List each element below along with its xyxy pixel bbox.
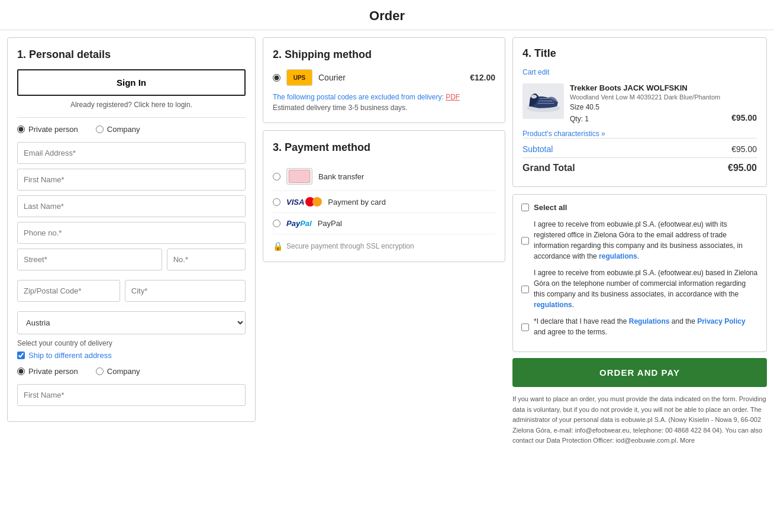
company-radio[interactable]: Company: [96, 125, 140, 134]
paypal-option[interactable]: PayPal PayPal: [273, 213, 495, 234]
courier-radio[interactable]: [273, 74, 280, 82]
ship-different-checkbox[interactable]: Ship to different address: [17, 351, 246, 360]
last-name-field[interactable]: [17, 195, 246, 217]
consent-2-link[interactable]: regulations: [534, 301, 572, 309]
zip-city-row: [17, 280, 246, 307]
delivery-label: Select your country of delivery: [17, 339, 246, 347]
product-size: Size 40.5: [570, 103, 757, 111]
middle-column: 2. Shipping method UPS Courier €12.00 Th…: [263, 37, 505, 269]
ssl-note: 🔒 Secure payment through SSL encryption: [273, 241, 495, 251]
consent-section: Select all I agree to receive from eobuw…: [512, 194, 767, 352]
select-all-checkbox[interactable]: [521, 204, 529, 211]
consent-item-3: *I declare that I have read the Regulati…: [521, 316, 758, 337]
product-price-row: Qty: 1 €95.00: [570, 112, 757, 123]
shoe-svg: [524, 86, 563, 116]
product-chars-link[interactable]: Product's characteristics »: [523, 130, 605, 138]
no-field[interactable]: [167, 249, 246, 270]
shipping-section: 2. Shipping method UPS Courier €12.00 Th…: [263, 37, 505, 123]
courier-option: UPS Courier €12.00: [273, 69, 495, 86]
grand-price: €95.00: [728, 163, 757, 173]
privacy-policy-link[interactable]: Privacy Policy: [697, 317, 745, 325]
login-hint: Already registered? Click here to login.: [17, 101, 246, 109]
payment-section: 3. Payment method Bank transfer VISA Pay…: [263, 130, 505, 262]
private-person-radio[interactable]: Private person: [17, 125, 78, 134]
city-field[interactable]: [125, 280, 246, 302]
person-type-group-2: Private person Company: [17, 367, 246, 376]
ups-logo: UPS: [286, 69, 312, 86]
mc-orange-circle: [312, 197, 322, 207]
card-label: Payment by card: [328, 198, 386, 207]
bank-label: Bank transfer: [318, 172, 364, 181]
select-all-label: Select all: [534, 203, 567, 212]
product-price: €95.00: [731, 113, 757, 122]
paypal-label: PayPal: [318, 219, 342, 228]
grand-label: Grand Total: [523, 163, 575, 173]
shipping-price: €12.00: [470, 73, 495, 82]
shipping-title: 2. Shipping method: [273, 49, 495, 61]
regulations-link[interactable]: Regulations: [629, 317, 670, 325]
select-all-row: Select all: [521, 203, 758, 212]
subtotal-price: €95.00: [731, 144, 757, 154]
cart-title: 4. Title: [523, 47, 757, 60]
private-person-radio-2[interactable]: Private person: [17, 367, 78, 376]
payment-title: 3. Payment method: [273, 141, 495, 154]
consent-item-1: I agree to receive from eobuwie.pl S.A. …: [521, 219, 758, 262]
bank-radio[interactable]: [273, 173, 280, 180]
cart-edit-link[interactable]: Cart edit: [523, 68, 757, 76]
consent-item-2: I agree to receive from eobuwie.pl S.A. …: [521, 267, 758, 310]
grand-total-row: Grand Total €95.00: [523, 157, 757, 173]
person-type-group: Private person Company: [17, 125, 246, 134]
personal-section-title: 1. Personal details: [17, 49, 246, 61]
product-variant: Woodland Vent Low M 4039221 Dark Blue/Ph…: [570, 93, 757, 101]
product-qty: Qty: 1: [570, 115, 589, 123]
first-name-field-2[interactable]: [17, 384, 246, 406]
subtotal-label: Subtotal: [523, 144, 553, 154]
product-image: [523, 83, 564, 119]
card-option[interactable]: VISA Payment by card: [273, 191, 495, 213]
info-text: If you want to place an order, you must …: [512, 394, 767, 446]
personal-details-section: 1. Personal details Sign In Already regi…: [7, 37, 256, 422]
page-title: Order: [0, 0, 774, 30]
product-name: Trekker Boots JACK WOLFSKIN: [570, 83, 757, 92]
svg-point-1: [531, 95, 537, 99]
sign-in-button[interactable]: Sign In: [17, 69, 246, 96]
product-row: Trekker Boots JACK WOLFSKIN Woodland Ven…: [523, 83, 757, 123]
street-row: [17, 249, 246, 275]
country-select[interactable]: Austria: [17, 311, 246, 334]
consent-checkbox-2[interactable]: [521, 269, 529, 310]
consent-1-link[interactable]: regulations: [599, 252, 637, 260]
email-field[interactable]: [17, 142, 246, 164]
card-radio[interactable]: [273, 198, 280, 206]
visa-mc-logo: VISA: [286, 197, 322, 207]
divider: [17, 117, 246, 118]
zip-field[interactable]: [17, 280, 120, 302]
consent-checkbox-3[interactable]: [521, 317, 529, 337]
product-info: Trekker Boots JACK WOLFSKIN Woodland Ven…: [570, 83, 757, 123]
paypal-logo: PayPal: [286, 219, 312, 228]
totals-section: Subtotal €95.00 Grand Total €95.00: [523, 138, 757, 173]
phone-field[interactable]: [17, 222, 246, 244]
order-pay-button[interactable]: ORDER AND PAY: [512, 358, 767, 387]
consent-checkbox-1[interactable]: [521, 220, 529, 262]
company-radio-2[interactable]: Company: [96, 367, 140, 376]
paypal-radio[interactable]: [273, 220, 280, 227]
pdf-link[interactable]: PDF: [446, 93, 460, 101]
street-field[interactable]: [17, 249, 162, 270]
right-column: 4. Title Cart edit Trekker Boots JACK WO…: [512, 37, 767, 446]
cart-section: 4. Title Cart edit Trekker Boots JACK WO…: [512, 37, 767, 187]
postal-note: The following postal codes are excluded …: [273, 93, 495, 101]
bank-logo: [286, 168, 312, 185]
delivery-time: Estimated delivery time 3-5 business day…: [273, 104, 495, 112]
courier-label: Courier: [318, 73, 464, 82]
subtotal-row: Subtotal €95.00: [523, 144, 757, 154]
bank-transfer-option[interactable]: Bank transfer: [273, 162, 495, 191]
lock-icon: 🔒: [273, 241, 283, 251]
first-name-field[interactable]: [17, 169, 246, 191]
